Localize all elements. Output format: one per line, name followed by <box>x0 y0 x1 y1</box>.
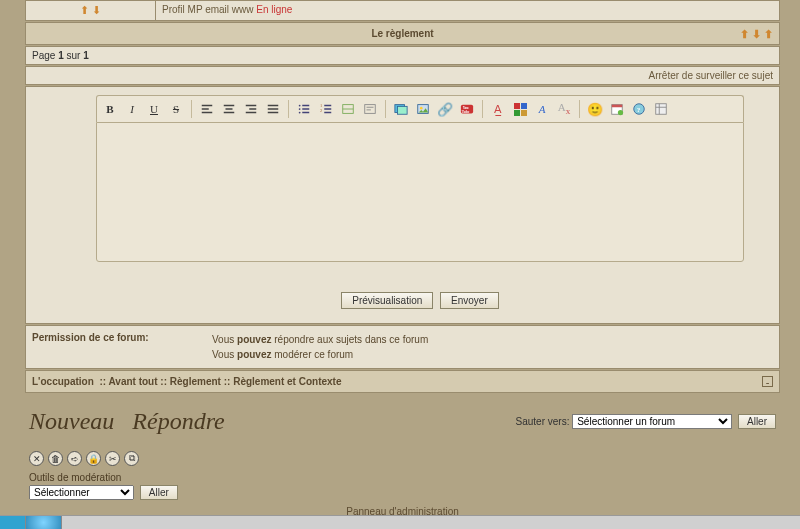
breadcrumb: L'occupation :: Avant tout :: Règlement … <box>32 376 342 387</box>
youtube-button[interactable]: YouTube <box>457 99 477 119</box>
reply-button[interactable]: Répondre <box>132 408 224 434</box>
svg-text:2: 2 <box>320 108 322 113</box>
stop-watching-link[interactable]: Arrêter de surveiller ce sujet <box>649 70 774 81</box>
message-textarea[interactable] <box>96 122 744 262</box>
bold-button[interactable]: B <box>100 99 120 119</box>
breadcrumb-link[interactable]: Règlement et Contexte <box>233 376 341 387</box>
taskbar-app-icon[interactable] <box>26 516 62 523</box>
svg-rect-8 <box>398 106 408 114</box>
moderation-select[interactable]: Sélectionner <box>29 485 134 500</box>
moderation-go-button[interactable]: Aller <box>140 485 178 500</box>
quote-button[interactable] <box>360 99 380 119</box>
pagination: Page 1 sur 1 <box>32 50 89 61</box>
image-host-button[interactable] <box>391 99 411 119</box>
breadcrumb-link[interactable]: Règlement <box>170 376 221 387</box>
svg-rect-6 <box>365 105 376 114</box>
align-justify-button[interactable] <box>263 99 283 119</box>
emoji-button[interactable]: 🙂 <box>585 99 605 119</box>
strike-button[interactable]: S <box>166 99 186 119</box>
svg-text:?: ? <box>637 106 641 114</box>
svg-rect-19 <box>656 104 667 115</box>
permissions-text: Vous pouvez répondre aux sujets dans ce … <box>212 332 773 362</box>
profile-links[interactable]: Profil MP email www <box>162 4 254 15</box>
hr-button[interactable] <box>338 99 358 119</box>
start-button[interactable] <box>0 516 26 523</box>
remove-format-button[interactable]: Ax <box>554 99 574 119</box>
mod-merge-icon[interactable]: ⧉ <box>124 451 139 466</box>
font-size-button[interactable]: A̲ <box>488 99 508 119</box>
svg-point-10 <box>420 107 423 110</box>
mod-split-icon[interactable]: ✂ <box>105 451 120 466</box>
image-button[interactable] <box>413 99 433 119</box>
font-color-button[interactable] <box>510 99 530 119</box>
link-button[interactable]: 🔗 <box>435 99 455 119</box>
align-left-button[interactable] <box>197 99 217 119</box>
list-ul-button[interactable] <box>294 99 314 119</box>
date-button[interactable] <box>607 99 627 119</box>
collapse-icon[interactable]: - <box>762 376 773 387</box>
help-button[interactable]: ? <box>629 99 649 119</box>
jump-go-button[interactable]: Aller <box>738 414 776 429</box>
mod-trash-icon[interactable]: 🗑 <box>48 451 63 466</box>
topic-title-bar: Le règlement ⬆ ⬇ ⬆ <box>25 22 780 45</box>
scroll-up-icon[interactable]: ⬆ <box>80 4 89 16</box>
moderation-label: Outils de modération <box>25 470 780 485</box>
nav-icon[interactable]: ⬆ <box>740 28 749 40</box>
os-taskbar[interactable] <box>0 515 800 523</box>
italic-button[interactable]: I <box>122 99 142 119</box>
align-right-button[interactable] <box>241 99 261 119</box>
topic-title: Le règlement <box>371 28 433 39</box>
mod-lock-icon[interactable]: 🔒 <box>86 451 101 466</box>
breadcrumb-link[interactable]: Avant tout <box>108 376 157 387</box>
svg-point-16 <box>618 110 623 115</box>
toggle-editor-button[interactable] <box>651 99 671 119</box>
svg-point-1 <box>299 108 301 110</box>
new-topic-button[interactable]: Nouveau <box>29 408 114 434</box>
font-family-button[interactable]: A <box>532 99 552 119</box>
preview-button[interactable]: Prévisualisation <box>341 292 433 309</box>
jump-forum-select[interactable]: Sélectionner un forum <box>572 414 732 429</box>
online-status: En ligne <box>256 4 292 15</box>
list-ol-button[interactable]: 12 <box>316 99 336 119</box>
scroll-down-icon[interactable]: ⬇ <box>92 4 101 16</box>
breadcrumb-link[interactable]: L'occupation <box>32 376 94 387</box>
submit-button[interactable]: Envoyer <box>440 292 499 309</box>
mod-delete-icon[interactable]: ✕ <box>29 451 44 466</box>
mod-move-icon[interactable]: ➪ <box>67 451 82 466</box>
jump-label: Sauter vers: <box>516 416 570 427</box>
svg-text:Tube: Tube <box>462 110 470 114</box>
underline-button[interactable]: U <box>144 99 164 119</box>
svg-rect-15 <box>612 105 623 108</box>
svg-point-2 <box>299 112 301 114</box>
permissions-label: Permission de ce forum: <box>32 332 212 362</box>
nav-icon[interactable]: ⬆ <box>764 28 773 40</box>
editor-toolbar: B I U S 12 🔗 YouTube A̲ A Ax 🙂 <box>96 95 744 122</box>
svg-point-0 <box>299 105 301 107</box>
nav-icon[interactable]: ⬇ <box>752 28 761 40</box>
align-center-button[interactable] <box>219 99 239 119</box>
